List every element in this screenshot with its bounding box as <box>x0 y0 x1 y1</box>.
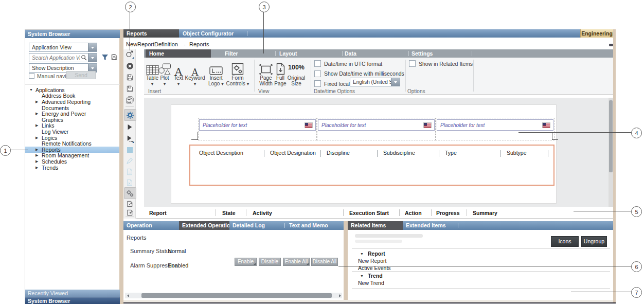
new-report-icon[interactable] <box>125 49 134 59</box>
text-placeholder[interactable]: Placeholder for text <box>198 118 317 140</box>
form-controls-button[interactable]: Form Controls ▾ <box>225 60 250 86</box>
keyword-button[interactable]: A Keyword ▾ <box>186 60 204 86</box>
alarm-suppression-button[interactable]: Disable All <box>311 258 338 266</box>
alarm-suppression-button[interactable]: Disable <box>259 258 281 266</box>
expander-icon[interactable]: ▶ <box>35 123 42 128</box>
breadcrumb-root[interactable]: NewReportDefinition <box>126 41 178 47</box>
execution-column-header[interactable]: Action <box>405 210 422 216</box>
expander-icon[interactable]: ▼ <box>29 88 35 92</box>
tree-item[interactable]: ▶ Logics <box>25 135 119 141</box>
table-column-header[interactable]: Discipline <box>327 150 350 156</box>
text-placeholder-box[interactable]: Placeholder for text <box>437 119 553 131</box>
ribbon-tab[interactable]: Layout <box>279 49 297 58</box>
operation-tab[interactable]: Detailed Log <box>229 221 283 230</box>
group-expander-icon[interactable]: ▼ <box>360 252 364 256</box>
expander-icon[interactable]: ▶ <box>35 166 42 170</box>
run-options-icon[interactable] <box>125 134 134 143</box>
ribbon-tab[interactable]: Home <box>146 49 211 58</box>
tree-item[interactable]: ▶ Schedules <box>25 158 119 165</box>
insert-logo-button[interactable]: Insert Logo ▾ <box>205 60 227 86</box>
related-group-report[interactable]: Report <box>368 251 385 257</box>
alarm-suppression-button[interactable]: Enable <box>235 258 257 266</box>
tree-item[interactable]: ▶ Trends <box>25 165 119 171</box>
document-export-icon[interactable] <box>125 199 134 208</box>
table-column-header[interactable]: Object Description <box>199 150 243 156</box>
us-flag-icon[interactable] <box>305 123 312 128</box>
send-button[interactable]: Send <box>66 71 96 79</box>
chevron-down-icon[interactable] <box>88 43 97 51</box>
execution-column-header[interactable]: Execution Start <box>349 210 389 216</box>
view-selector-dropdown[interactable]: Application View <box>29 43 97 52</box>
tree-item[interactable]: ▶ Energy and Power <box>25 111 119 117</box>
system-browser-header[interactable]: System Browser <box>25 30 120 38</box>
horizontal-scrollbar[interactable] <box>125 293 342 298</box>
checkbox-icon[interactable] <box>314 70 321 77</box>
related-panel-button[interactable]: Icons <box>551 236 579 247</box>
manual-navigation-checkbox[interactable] <box>29 73 34 79</box>
operation-tab[interactable]: Text and Memo <box>286 221 346 230</box>
save-filter-icon[interactable] <box>111 53 118 61</box>
tree-item[interactable]: ▶ Links <box>25 123 119 129</box>
execution-column-header[interactable]: Progress <box>436 210 460 216</box>
tree-item[interactable]: ▶ Advanced Reporting <box>25 99 119 105</box>
search-box[interactable] <box>29 53 97 62</box>
related-item[interactable]: New Trend <box>358 280 384 287</box>
tree-item[interactable]: Address Book <box>25 93 119 99</box>
expander-icon[interactable]: ▶ <box>35 100 42 104</box>
us-flag-icon[interactable] <box>424 123 431 128</box>
tab-reports[interactable]: Reports <box>123 29 179 38</box>
us-flag-icon[interactable] <box>543 123 550 128</box>
tree-item[interactable]: Log Viewer <box>25 129 119 135</box>
related-tab[interactable]: Related Items <box>348 221 403 230</box>
text-button[interactable]: A Text ▾ <box>170 60 187 86</box>
group-expander-icon[interactable]: ▼ <box>360 274 364 278</box>
locale-dropdown[interactable]: English (United States) <box>350 78 400 86</box>
tree-item[interactable]: Remote Notifications <box>25 140 119 147</box>
tree-item[interactable]: ▶ Reports <box>25 147 119 153</box>
execution-column-header[interactable]: State <box>222 210 236 216</box>
filter-icon[interactable] <box>101 54 109 61</box>
tab-engineering[interactable]: Engineering <box>580 29 613 38</box>
expander-icon[interactable]: ▶ <box>35 136 42 140</box>
text-placeholder[interactable]: Placeholder for text <box>317 118 436 140</box>
text-placeholder-box[interactable]: Placeholder for text <box>318 119 435 131</box>
tree-item[interactable]: Graphics <box>25 117 119 123</box>
chevron-down-icon[interactable] <box>391 78 400 86</box>
close-icon[interactable] <box>125 61 134 70</box>
operation-tab[interactable]: Operation <box>123 221 179 230</box>
table-column-header[interactable]: Subtype <box>507 150 527 156</box>
ribbon-tab[interactable]: Settings <box>412 49 433 58</box>
execution-column-header[interactable]: Summary <box>473 210 497 216</box>
save-as-icon[interactable] <box>125 84 134 93</box>
scroll-left-icon[interactable] <box>126 294 129 297</box>
tree-item[interactable]: Documents <box>25 105 119 111</box>
alarm-suppression-button[interactable]: Enable All <box>283 258 310 266</box>
tab-object-configurator[interactable]: Object Configurator <box>183 29 234 38</box>
expander-icon[interactable]: ▶ <box>35 112 42 116</box>
canvas-scrollbar[interactable] <box>609 98 613 207</box>
checkbox-icon[interactable] <box>409 60 416 67</box>
stop-icon[interactable] <box>125 145 134 154</box>
table-column-header[interactable]: Object Designation <box>270 150 316 156</box>
related-item[interactable]: New Report <box>358 258 391 265</box>
chevron-down-icon[interactable] <box>88 53 97 62</box>
checkbox-icon[interactable] <box>314 80 321 87</box>
table-column-header[interactable]: Subdiscipline <box>383 150 415 156</box>
table-column-header[interactable]: Type <box>445 150 457 156</box>
expander-icon[interactable]: ▶ <box>35 159 42 164</box>
search-icon[interactable] <box>81 55 87 61</box>
expander-icon[interactable]: ▶ <box>35 148 42 152</box>
save-icon[interactable] <box>125 73 134 82</box>
ribbon-tab[interactable]: Data <box>345 49 356 58</box>
options-checkbox-row[interactable]: Show in Related Items <box>409 59 473 69</box>
related-tab[interactable]: Extended Items <box>403 221 459 230</box>
expander-icon[interactable]: ▶ <box>35 153 42 157</box>
tree-item[interactable]: ▼ Applications <box>25 87 119 93</box>
full-page-button[interactable]: Full Page <box>273 60 288 86</box>
document-import-icon[interactable] <box>125 208 134 217</box>
run-icon[interactable] <box>125 122 134 132</box>
page-width-button[interactable]: Page Width <box>257 60 275 86</box>
recently-viewed-bar[interactable]: Recently Viewed <box>25 290 120 297</box>
save-all-icon[interactable] <box>125 95 134 104</box>
tree-item[interactable]: ▶ Room Management <box>25 153 119 159</box>
